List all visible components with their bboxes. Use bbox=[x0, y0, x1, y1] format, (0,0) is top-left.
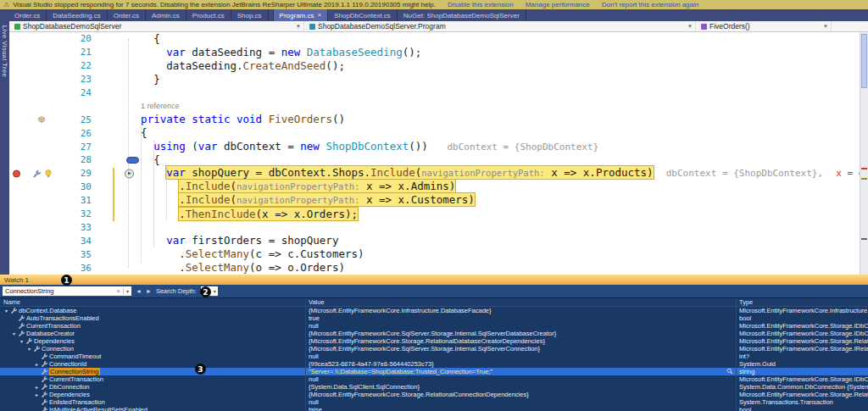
watch-value-cell[interactable]: {Microsoft.EntityFrameworkCore.SqlServer… bbox=[305, 330, 736, 337]
search-dropdown-icon[interactable]: ▾ bbox=[126, 288, 129, 294]
expander-icon[interactable]: ▾ bbox=[26, 346, 32, 352]
document-tab[interactable]: Order.cs bbox=[108, 9, 146, 21]
watch-row[interactable]: ▸Dependencies{Microsoft.EntityFrameworkC… bbox=[0, 391, 868, 398]
expander-icon[interactable]: ▾ bbox=[11, 330, 17, 336]
code-line[interactable]: 33 bbox=[9, 220, 860, 234]
column-separator[interactable] bbox=[305, 298, 306, 411]
document-tab[interactable]: Order.cs bbox=[8, 9, 47, 21]
code-line[interactable]: 20 { bbox=[9, 32, 860, 46]
code-line[interactable]: 29 var shopQuery = dbContext.Shops.Inclu… bbox=[9, 167, 860, 181]
watch-value: "Server=.\\;Database=ShopDatabase;Truste… bbox=[309, 368, 492, 375]
expander-icon[interactable]: ▾ bbox=[19, 338, 25, 344]
watch-value-cell[interactable]: null bbox=[305, 353, 736, 360]
watch-value-cell[interactable]: null bbox=[305, 322, 736, 330]
editor[interactable]: 20 {21 var dataSeeding = new DatabaseSee… bbox=[9, 32, 860, 275]
code-line[interactable]: 31 .Include(navigationPropertyPath: x =>… bbox=[9, 194, 860, 208]
document-tab[interactable]: DataSeeding.cs bbox=[47, 9, 107, 21]
code-line[interactable]: 21 var dataSeeding = new DatabaseSeeding… bbox=[9, 46, 860, 59]
watch-value-cell[interactable]: null bbox=[305, 398, 736, 406]
watch-value-cell[interactable]: {Microsoft.EntityFrameworkCore.Storage.R… bbox=[305, 391, 736, 398]
code-line[interactable]: 27 using (var dbContext = new ShopDbCont… bbox=[9, 140, 860, 153]
tab-label: ShopDbContext.cs bbox=[334, 12, 391, 19]
watch-value-cell[interactable]: {99cea523-6878-4a47-97e8-564440253c73} bbox=[305, 360, 736, 368]
codelens-label[interactable]: 1 reference bbox=[141, 102, 180, 110]
watch-value-cell[interactable]: {System.Data.SqlClient.SqlConnection} bbox=[305, 383, 736, 391]
code-line[interactable]: 22 dataSeeding.CreateAndSeed(); bbox=[9, 59, 860, 73]
watch-row[interactable]: IsMultipleActiveResultSetsEnabledfalsebo… bbox=[0, 406, 868, 411]
column-header-value[interactable]: Value bbox=[305, 298, 736, 306]
watch-row[interactable]: ▾Connection{Microsoft.EntityFrameworkCor… bbox=[0, 345, 868, 353]
watch-row[interactable]: AutoTransactionsEnabledtruebool bbox=[0, 314, 868, 322]
code-line[interactable]: 26 { bbox=[9, 126, 860, 140]
expander-icon[interactable]: ▸ bbox=[34, 392, 40, 397]
watch-value-cell[interactable]: false bbox=[305, 406, 736, 411]
code-line[interactable]: 23 } bbox=[9, 73, 860, 86]
breadcrumb-project-dropdown[interactable]: ShopDatabaseDemoSqlServer ▼ bbox=[9, 21, 304, 31]
breakpoint-icon[interactable] bbox=[13, 169, 20, 177]
watch-value-cell[interactable]: "Server=.\\;Database=ShopDatabase;Truste… bbox=[305, 368, 736, 375]
expander-icon[interactable]: ▸ bbox=[34, 361, 40, 367]
property-wrench-icon bbox=[34, 346, 40, 352]
code-line[interactable]: 34 var firstOrders = shopQuery bbox=[9, 234, 860, 247]
code-line[interactable]: 28 { bbox=[9, 153, 860, 167]
watch-row[interactable]: CurrentTransactionnullMicrosoft.EntityFr… bbox=[0, 375, 868, 383]
watch-value-cell[interactable]: true bbox=[305, 314, 736, 322]
debugger-adornment-icon bbox=[126, 157, 139, 164]
watch-type: int? bbox=[736, 353, 868, 360]
watch-row[interactable]: ▾Dependencies{Microsoft.EntityFrameworkC… bbox=[0, 337, 868, 345]
code-line[interactable]: 24 bbox=[9, 86, 860, 100]
search-input[interactable] bbox=[5, 287, 114, 296]
watch-row[interactable]: ▾dbContext.Database{Microsoft.EntityFram… bbox=[0, 307, 868, 314]
watch-name: CommandTimeout bbox=[49, 353, 101, 360]
editor-scrollbar[interactable] bbox=[860, 32, 868, 275]
watch-title-bar[interactable]: Watch 1 bbox=[0, 275, 868, 285]
lightbulb-icon[interactable] bbox=[45, 169, 52, 178]
clear-search-icon[interactable]: × bbox=[116, 288, 120, 295]
document-tab[interactable]: Shop.cs bbox=[231, 9, 269, 21]
side-rail-live-visual-tree[interactable]: Live Visual Tree bbox=[0, 21, 9, 275]
watch-row[interactable]: ConnectionString"Server=.\\;Database=Sho… bbox=[0, 368, 868, 375]
expander-icon[interactable]: ▸ bbox=[34, 384, 40, 390]
document-tab[interactable]: Product.cs bbox=[186, 9, 231, 21]
code-line[interactable]: 25 private static void FiveOrders() bbox=[9, 113, 860, 126]
document-tab[interactable]: Program.cs× bbox=[273, 9, 329, 21]
codelens-row[interactable]: 1 reference bbox=[9, 99, 860, 113]
watch-row[interactable]: CommandTimeoutnullint? bbox=[0, 353, 868, 360]
manage-performance-link[interactable]: Manage performance bbox=[526, 1, 590, 8]
property-wrench-icon bbox=[42, 392, 47, 397]
watch-value-cell[interactable]: {Microsoft.EntityFrameworkCore.Infrastru… bbox=[305, 307, 736, 314]
code-line[interactable]: 35 .SelectMany(c => c.Customers) bbox=[9, 247, 860, 261]
find-next-icon[interactable]: ► bbox=[146, 288, 152, 294]
watch-row[interactable]: EnlistedTransactionnullSystem.Transactio… bbox=[0, 398, 868, 406]
tab-close-icon[interactable]: × bbox=[317, 12, 321, 19]
quick-fix-wrench-icon[interactable] bbox=[33, 169, 41, 177]
watch-value-cell[interactable]: {Microsoft.EntityFrameworkCore.SqlServer… bbox=[305, 345, 736, 353]
breadcrumb-type-dropdown[interactable]: ShopDatabaseDemoSqlServer.Program ▼ bbox=[304, 21, 696, 31]
watch-value: false bbox=[309, 406, 322, 411]
column-separator[interactable] bbox=[736, 298, 737, 411]
document-tab[interactable]: ShopDbContext.cs bbox=[328, 9, 398, 21]
watch-value-cell[interactable]: null bbox=[305, 375, 736, 383]
column-header-name[interactable]: Name bbox=[0, 298, 305, 306]
watch-search-box[interactable]: × ▾ bbox=[3, 286, 131, 296]
code-line[interactable]: 32 .ThenInclude(x => x.Orders); bbox=[9, 208, 860, 221]
breadcrumb-bar: ShopDatabaseDemoSqlServer ▼ ShopDatabase… bbox=[9, 21, 868, 32]
column-header-type[interactable]: Type bbox=[736, 298, 868, 306]
disable-extension-link[interactable]: Disable this extension bbox=[448, 1, 514, 8]
watch-row[interactable]: ▸ConnectionId{99cea523-6878-4a47-97e8-56… bbox=[0, 360, 868, 368]
watch-row[interactable]: CurrentTransactionnullMicrosoft.EntityFr… bbox=[0, 322, 868, 330]
code-line[interactable]: 30 .Include(navigationPropertyPath: x =>… bbox=[9, 181, 860, 194]
find-previous-icon[interactable]: ◄ bbox=[136, 288, 142, 294]
run-to-here-button[interactable] bbox=[125, 169, 134, 178]
scrollbar-thumb[interactable] bbox=[861, 34, 867, 88]
magnifier-icon[interactable] bbox=[726, 368, 733, 375]
watch-row[interactable]: ▾DatabaseCreator{Microsoft.EntityFramewo… bbox=[0, 330, 868, 337]
dont-report-link[interactable]: Don't report this extension again bbox=[602, 1, 698, 8]
document-tab[interactable]: NuGet: ShopDatabaseDemoSqlServer bbox=[398, 9, 526, 21]
breadcrumb-member-dropdown[interactable]: FiveOrders() ▼ bbox=[696, 21, 832, 31]
expander-icon[interactable]: ▾ bbox=[3, 308, 9, 314]
code-line[interactable]: 36 .SelectMany(o => o.Orders) bbox=[9, 261, 860, 275]
document-tab[interactable]: Admin.cs bbox=[146, 9, 186, 21]
watch-row[interactable]: ▸DbConnection{System.Data.SqlClient.SqlC… bbox=[0, 383, 868, 391]
watch-value-cell[interactable]: {Microsoft.EntityFrameworkCore.Storage.R… bbox=[305, 337, 736, 345]
